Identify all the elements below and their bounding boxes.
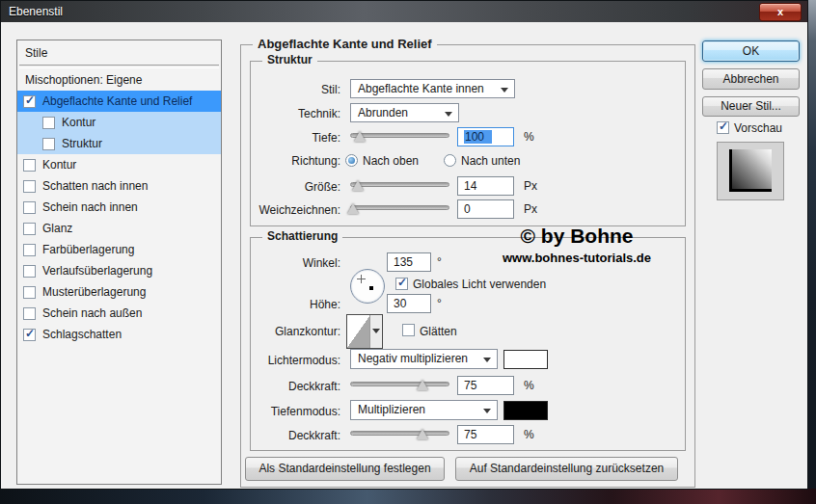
sidebar-item-schein-nach-aussen[interactable]: Schein nach außen <box>17 303 221 324</box>
slider-thumb[interactable] <box>354 131 366 142</box>
radio-nach-oben-label[interactable]: Nach oben <box>363 154 419 168</box>
sidebar-item-verlaufsueberlagerung[interactable]: Verlaufsüberlagerung <box>17 260 221 281</box>
deckkraft-tiefen-slider[interactable] <box>350 427 449 440</box>
slider-thumb[interactable] <box>352 180 364 191</box>
new-style-button[interactable]: Neuer Stil... <box>702 96 800 117</box>
sidebar-item-kontur-sub[interactable]: Kontur <box>17 112 221 133</box>
technik-select[interactable]: Abrunden <box>350 103 459 122</box>
sidebar-item-musterueberlagerung[interactable]: Musterüberlagerung <box>17 281 221 303</box>
sidebar-item-kontur[interactable]: Kontur <box>17 154 221 175</box>
style-preview-image <box>729 149 772 192</box>
checkbox-icon[interactable] <box>42 117 55 129</box>
close-button[interactable]: x <box>759 3 802 21</box>
globales-licht-label[interactable]: Globales Licht verwenden <box>413 278 546 291</box>
groesse-slider[interactable] <box>350 178 449 192</box>
slider-track[interactable] <box>350 182 449 187</box>
angle-indicator-dot <box>369 286 373 290</box>
tiefe-input[interactable]: 100 <box>457 127 514 146</box>
sidebar-item-schlagschatten[interactable]: Schlagschatten <box>17 324 221 345</box>
contour-preview <box>347 315 370 348</box>
lichtermodus-select-value: Negativ multiplizieren <box>358 352 468 365</box>
deckkraft-tiefen-input-value: 75 <box>464 428 476 441</box>
lichtermodus-select[interactable]: Negativ multiplizieren <box>350 349 498 369</box>
deckkraft-tiefen-input[interactable]: 75 <box>457 425 514 444</box>
slider-track[interactable] <box>350 431 449 436</box>
winkel-input[interactable]: 135 <box>387 252 431 272</box>
radio-nach-oben-icon[interactable] <box>345 154 358 167</box>
angle-dial[interactable] <box>350 269 385 304</box>
sidebar-item-schatten-nach-innen[interactable]: Schatten nach innen <box>17 175 221 197</box>
vorschau-checkbox[interactable] <box>717 121 729 134</box>
tiefenmodus-select[interactable]: Multiplizieren <box>350 400 498 420</box>
chevron-down-icon[interactable] <box>369 315 382 348</box>
ok-button-label: OK <box>743 44 759 58</box>
weichzeichnen-label: Weichzeichnen: <box>232 203 340 217</box>
sidebar-item-mischoptionen[interactable]: Mischoptionen: Eigene <box>17 69 221 91</box>
hoehe-input[interactable]: 30 <box>387 294 431 313</box>
slider-thumb[interactable] <box>417 429 428 439</box>
sidebar-item-label: Kontur <box>42 158 76 172</box>
checkbox-icon[interactable] <box>23 180 36 193</box>
shadow-color-swatch[interactable] <box>503 401 548 420</box>
checkbox-icon[interactable] <box>23 95 36 108</box>
sidebar-item-glanz[interactable]: Glanz <box>17 218 221 239</box>
sidebar-item-struktur-sub[interactable]: Struktur <box>17 133 221 154</box>
checkbox-icon[interactable] <box>23 286 36 299</box>
sidebar-item-label: Schein nach innen <box>42 200 138 214</box>
slider-track[interactable] <box>350 382 449 386</box>
vorschau-label[interactable]: Vorschau <box>734 121 782 135</box>
tiefe-input-value: 100 <box>464 130 492 144</box>
sidebar-item-abgeflachte-kante[interactable]: Abgeflachte Kante und Relief <box>17 91 221 112</box>
sidebar-item-label: Schein nach außen <box>42 306 142 320</box>
sidebar-item-label: Kontur <box>62 116 95 129</box>
deckkraft-tiefen-label: Deckkraft: <box>232 429 340 442</box>
sidebar-item-schein-nach-innen[interactable]: Schein nach innen <box>17 197 221 218</box>
set-default-button[interactable]: Als Standardeinstellung festlegen <box>245 457 445 481</box>
sidebar-item-label: Musterüberlagerung <box>42 285 146 299</box>
dialog-titlebar[interactable]: Ebenenstil x <box>1 1 807 22</box>
hoehe-input-value: 30 <box>394 297 406 310</box>
tiefe-slider[interactable] <box>350 129 449 143</box>
groesse-input[interactable]: 14 <box>457 176 514 196</box>
weichzeichnen-slider[interactable] <box>350 201 449 215</box>
sidebar-item-farbueberlagerung[interactable]: Farbüberlagerung <box>17 239 221 260</box>
checkbox-icon[interactable] <box>23 307 36 320</box>
slider-track[interactable] <box>350 205 449 210</box>
watermark-line1: © by Bohne <box>495 225 659 248</box>
checkbox-icon[interactable] <box>23 244 36 256</box>
stil-select[interactable]: Abgeflachte Kante innen <box>350 79 515 98</box>
cancel-button-label: Abbrechen <box>722 72 778 86</box>
checkbox-icon[interactable] <box>23 223 36 235</box>
sidebar-separator <box>19 65 219 68</box>
globales-licht-checkbox[interactable] <box>395 278 408 290</box>
slider-thumb[interactable] <box>417 380 428 390</box>
technik-select-value: Abrunden <box>358 106 408 119</box>
deckkraft-lichter-slider[interactable] <box>350 378 449 391</box>
sidebar-item-label: Stile <box>25 46 47 60</box>
glanzkontur-label: Glanzkontur: <box>232 325 340 338</box>
checkbox-icon[interactable] <box>23 159 36 172</box>
glaetten-label[interactable]: Glätten <box>420 325 457 338</box>
reset-default-button[interactable]: Auf Standardeinstellung zurücksetzen <box>455 457 678 481</box>
layer-style-dialog: Ebenenstil x Stile Mischoptionen: Eigene… <box>0 0 808 490</box>
glanzkontur-picker[interactable] <box>346 314 383 349</box>
ok-button[interactable]: OK <box>702 40 800 62</box>
checkbox-icon[interactable] <box>23 329 36 341</box>
radio-nach-unten-label[interactable]: Nach unten <box>461 154 520 168</box>
cancel-button[interactable]: Abbrechen <box>702 68 800 90</box>
highlight-color-swatch[interactable] <box>503 350 548 369</box>
sidebar-item-stile[interactable]: Stile <box>17 42 221 64</box>
weichzeichnen-input[interactable]: 0 <box>457 199 514 219</box>
radio-nach-unten-icon[interactable] <box>444 154 456 167</box>
glaetten-checkbox[interactable] <box>402 324 415 336</box>
set-default-button-label: Als Standardeinstellung festlegen <box>258 462 430 475</box>
sidebar-item-label: Glanz <box>42 222 72 235</box>
deckkraft-lichter-input[interactable]: 75 <box>457 376 514 395</box>
checkbox-icon[interactable] <box>23 201 36 214</box>
deckkraft-lichter-input-value: 75 <box>464 379 476 392</box>
groesse-input-value: 14 <box>464 179 476 193</box>
slider-thumb[interactable] <box>347 203 359 214</box>
checkbox-icon[interactable] <box>23 265 36 278</box>
technik-label: Technik: <box>232 107 340 120</box>
checkbox-icon[interactable] <box>42 138 55 150</box>
